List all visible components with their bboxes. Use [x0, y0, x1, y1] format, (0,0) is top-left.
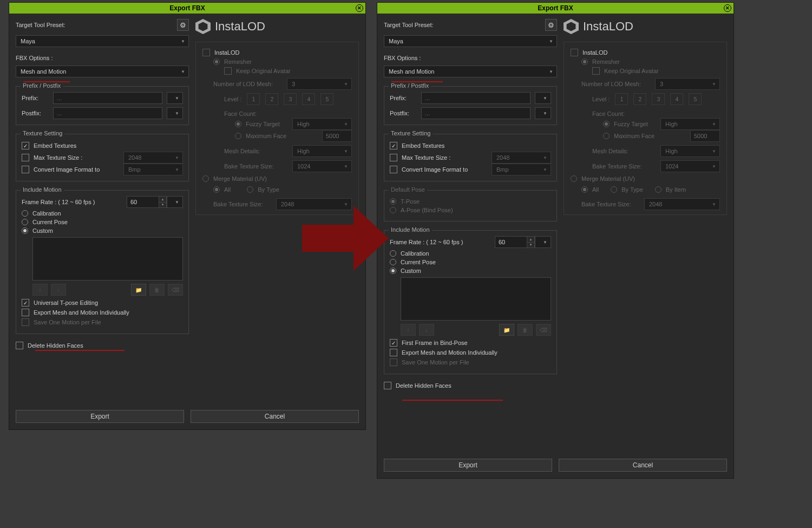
calibration-radio[interactable]: [390, 250, 396, 257]
instalod-logo-icon: [195, 19, 211, 34]
export-dialog-after: Export FBX ✕ Target Tool Preset: ⚙ Maya …: [377, 2, 734, 479]
add-folder-icon[interactable]: 📁: [131, 284, 146, 296]
custom-radio[interactable]: [390, 268, 396, 274]
cancel-button[interactable]: Cancel: [559, 459, 727, 472]
clear-icon[interactable]: ⌫: [168, 284, 183, 296]
max-texture-select[interactable]: 2048: [123, 152, 183, 164]
motion-listbox[interactable]: [32, 237, 183, 281]
remesher-radio: [213, 58, 220, 65]
cancel-button[interactable]: Cancel: [191, 410, 359, 423]
move-down-icon[interactable]: ↓: [51, 284, 66, 296]
export-button[interactable]: Export: [16, 410, 184, 423]
move-up-icon[interactable]: ↑: [32, 284, 48, 296]
level-1-button: 1: [247, 93, 260, 105]
export-individually-checkbox[interactable]: [390, 349, 397, 356]
delete-hidden-checkbox[interactable]: [16, 342, 23, 349]
instalod-logo-icon: [564, 19, 579, 34]
target-preset-label: Target Tool Preset:: [384, 22, 434, 28]
max-texture-checkbox[interactable]: [390, 154, 397, 161]
add-folder-icon[interactable]: 📁: [499, 324, 514, 336]
current-pose-radio[interactable]: [22, 219, 28, 225]
universal-tpose-checkbox[interactable]: [22, 299, 29, 307]
texture-group: Texture Setting Embed Textures Max Textu…: [384, 134, 557, 181]
fbx-options-label: FBX Options :: [384, 55, 557, 61]
highlight-underline: [402, 400, 503, 401]
level-5-button: 5: [320, 93, 333, 105]
instalod-checkbox[interactable]: [202, 49, 210, 56]
save-one-motion-checkbox: [390, 358, 397, 366]
level-3-button: 3: [284, 93, 297, 105]
delete-icon[interactable]: 🗑: [518, 324, 533, 336]
level-2-button: 2: [265, 93, 278, 105]
export-dialog-before: Export FBX ✕ Target Tool Preset: ⚙ Maya …: [9, 2, 366, 430]
convert-format-checkbox[interactable]: [22, 166, 29, 173]
postfix-input[interactable]: ...: [53, 107, 162, 119]
default-pose-group: Default Pose T-Pose A-Pose (Bind Pose): [384, 190, 557, 221]
instalod-logo: InstaLOD: [195, 19, 359, 34]
delete-icon[interactable]: 🗑: [149, 284, 165, 296]
level-4-button: 4: [302, 93, 315, 105]
target-preset-select[interactable]: Maya: [16, 35, 189, 47]
first-frame-bindpose-checkbox[interactable]: [390, 339, 397, 347]
fbx-options-select[interactable]: Mesh and Motion: [16, 66, 189, 77]
title-bar: Export FBX ✕: [9, 3, 365, 14]
embed-textures-checkbox[interactable]: [390, 142, 397, 149]
window-title: Export FBX: [169, 4, 205, 12]
postfix-input[interactable]: ...: [421, 107, 531, 119]
gear-icon[interactable]: ⚙: [545, 19, 557, 31]
prefix-postfix-group: Prefix / Postfix Prefix: ... Postfix: ..…: [384, 86, 557, 125]
frame-rate-stepper[interactable]: 60 ▲▼: [127, 196, 183, 208]
prefix-dropdown[interactable]: [167, 92, 183, 104]
calibration-radio[interactable]: [22, 210, 28, 217]
instalod-checkbox[interactable]: [571, 49, 578, 56]
postfix-dropdown[interactable]: [167, 107, 183, 119]
current-pose-radio[interactable]: [390, 259, 396, 265]
prefix-dropdown[interactable]: [535, 92, 551, 104]
stepper-down-icon[interactable]: ▼: [159, 203, 166, 208]
tpose-radio: [390, 198, 396, 205]
highlight-underline: [23, 81, 70, 82]
stepper-up-icon[interactable]: ▲: [527, 237, 534, 243]
prefix-input[interactable]: ...: [53, 92, 162, 104]
instalod-logo: InstaLOD: [564, 19, 727, 34]
export-individually-checkbox[interactable]: [22, 309, 29, 316]
window-title: Export FBX: [538, 4, 573, 12]
move-down-icon[interactable]: ↓: [419, 324, 434, 336]
embed-textures-checkbox[interactable]: [22, 142, 29, 149]
save-one-motion-checkbox: [22, 318, 29, 326]
apose-radio: [390, 207, 396, 213]
include-motion-group: Include Motion Frame Rate : ( 12 ~ 60 fp…: [384, 230, 557, 374]
highlight-underline: [391, 81, 443, 82]
delete-hidden-checkbox[interactable]: [384, 382, 391, 389]
motion-listbox[interactable]: [401, 277, 551, 321]
fbx-options-select[interactable]: Mesh and Motion: [384, 66, 557, 77]
merge-material-radio: [202, 175, 209, 182]
export-button[interactable]: Export: [384, 459, 552, 472]
target-preset-label: Target Tool Preset:: [16, 22, 66, 28]
keep-avatar-checkbox: [224, 67, 232, 75]
gear-icon[interactable]: ⚙: [177, 19, 189, 31]
move-up-icon[interactable]: ↑: [401, 324, 416, 336]
fbx-options-label: FBX Options :: [16, 55, 189, 61]
title-bar: Export FBX ✕: [377, 3, 734, 14]
prefix-postfix-group: Prefix / Postfix Prefix: ... Postfix: ..…: [16, 86, 189, 125]
prefix-input[interactable]: ...: [421, 92, 531, 104]
convert-format-select[interactable]: Bmp: [123, 164, 183, 175]
num-lod-select: 3: [287, 78, 352, 90]
close-button[interactable]: ✕: [724, 4, 731, 12]
highlight-underline: [35, 350, 125, 351]
custom-radio[interactable]: [22, 227, 28, 234]
stepper-up-icon[interactable]: ▲: [159, 197, 166, 203]
clear-icon[interactable]: ⌫: [536, 324, 551, 336]
postfix-dropdown[interactable]: [535, 107, 551, 119]
close-button[interactable]: ✕: [356, 4, 363, 12]
convert-format-checkbox[interactable]: [390, 166, 397, 173]
stepper-down-icon[interactable]: ▼: [527, 243, 534, 248]
texture-group: Texture Setting Embed Textures Max Textu…: [16, 134, 189, 181]
include-motion-group: Include Motion Frame Rate : ( 12 ~ 60 fp…: [16, 190, 189, 334]
target-preset-select[interactable]: Maya: [384, 35, 557, 47]
max-texture-checkbox[interactable]: [22, 154, 29, 161]
frame-rate-stepper[interactable]: 60 ▲▼: [495, 236, 551, 248]
